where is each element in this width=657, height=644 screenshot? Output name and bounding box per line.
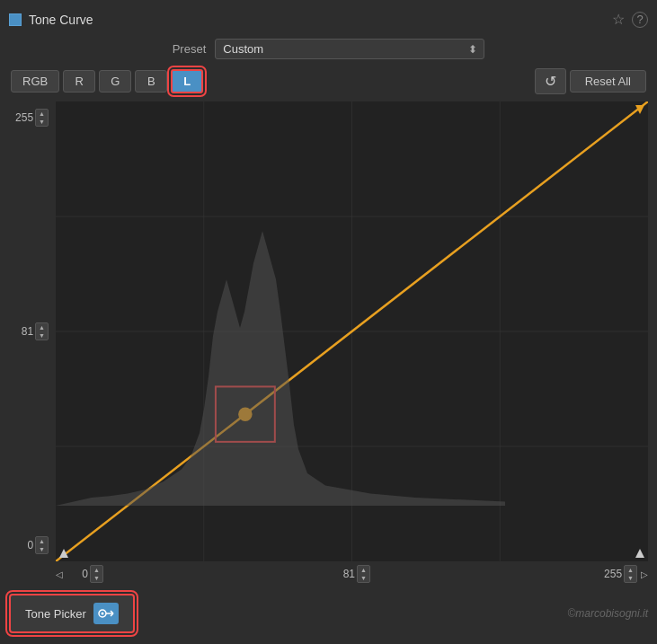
x-axis: ◁ 0 ▲ ▼ 81 ▲ ▼ 255 ▲ ▼ ▷: [9, 561, 648, 587]
x-left-up[interactable]: ▲: [91, 566, 102, 574]
y-bottom-stepper[interactable]: ▲ ▼: [35, 536, 49, 554]
x-mid-stepper[interactable]: ▲ ▼: [357, 565, 370, 583]
panel-title-group: Tone Curve: [9, 13, 93, 27]
x-left-down[interactable]: ▼: [91, 574, 102, 582]
y-bottom-down[interactable]: ▼: [36, 545, 48, 553]
y-bottom-up[interactable]: ▲: [36, 537, 48, 545]
preset-select[interactable]: Custom: [215, 39, 484, 59]
tone-picker-svg: [97, 605, 115, 622]
y-mid-down[interactable]: ▼: [36, 331, 48, 340]
x-mid-down[interactable]: ▼: [358, 574, 369, 582]
channel-l-button[interactable]: L: [171, 69, 203, 93]
x-left-triangle: ◁: [56, 569, 63, 579]
x-right-triangle: ▷: [641, 569, 648, 579]
y-axis: 255 ▲ ▼ 81 ▲ ▼ 0 ▲ ▼: [9, 101, 52, 561]
x-mid-value: 81: [333, 568, 355, 580]
panel-enable-checkbox[interactable]: [9, 13, 22, 26]
curve-svg: [56, 101, 648, 561]
preset-select-wrapper: Custom: [215, 39, 484, 59]
x-mid-up[interactable]: ▲: [358, 566, 369, 574]
x-right-stepper[interactable]: ▲ ▼: [624, 565, 637, 583]
tone-picker-label: Tone Picker: [25, 607, 86, 621]
y-mid-up[interactable]: ▲: [36, 323, 48, 331]
help-icon[interactable]: ?: [632, 12, 648, 28]
panel-header: Tone Curve ☆ ?: [9, 7, 648, 31]
y-mid-group: 81 ▲ ▼: [12, 322, 49, 340]
x-right-value: 255: [600, 568, 622, 580]
panel-title: Tone Curve: [29, 13, 93, 27]
reset-all-button[interactable]: Reset All: [570, 70, 646, 93]
y-mid-stepper[interactable]: ▲ ▼: [35, 322, 49, 340]
y-top-stepper[interactable]: ▲ ▼: [35, 109, 49, 127]
curve-graph[interactable]: [56, 101, 648, 561]
preset-label: Preset: [173, 42, 207, 56]
y-top-value: 255: [12, 111, 33, 124]
channel-b-button[interactable]: B: [135, 70, 167, 93]
x-left-group: 0 ▲ ▼: [67, 565, 103, 583]
panel-header-icons: ☆ ?: [612, 11, 648, 28]
tone-curve-panel: Tone Curve ☆ ? Preset Custom RGB R G B L…: [0, 0, 657, 644]
y-top-group: 255 ▲ ▼: [12, 109, 49, 127]
watermark: ©marcobisogni.it: [567, 607, 648, 620]
y-bottom-group: 0 ▲ ▼: [12, 536, 49, 554]
bottom-row: Tone Picker ©marcobisogni.it: [9, 587, 648, 633]
curve-container: 255 ▲ ▼ 81 ▲ ▼ 0 ▲ ▼: [9, 101, 648, 561]
x-right-group: 255 ▲ ▼: [600, 565, 637, 583]
star-icon[interactable]: ☆: [612, 11, 625, 28]
channel-g-button[interactable]: G: [99, 70, 131, 93]
svg-point-10: [101, 613, 103, 615]
channel-rgb-button[interactable]: RGB: [11, 70, 59, 93]
channel-row: RGB R G B L ↺ Reset All: [9, 68, 648, 94]
x-mid-group: 81 ▲ ▼: [333, 565, 370, 583]
x-left-value: 0: [67, 568, 88, 580]
control-point[interactable]: [239, 408, 252, 420]
y-top-down[interactable]: ▼: [36, 118, 48, 126]
y-mid-value: 81: [12, 325, 33, 338]
y-bottom-value: 0: [12, 539, 33, 551]
x-left-stepper[interactable]: ▲ ▼: [90, 565, 103, 583]
preset-row: Preset Custom: [9, 39, 648, 59]
undo-button[interactable]: ↺: [535, 68, 566, 94]
x-right-up[interactable]: ▲: [625, 566, 636, 574]
tone-picker-icon: [93, 603, 119, 624]
channel-r-button[interactable]: R: [63, 70, 95, 93]
tone-picker-button[interactable]: Tone Picker: [9, 594, 135, 633]
y-top-up[interactable]: ▲: [36, 110, 48, 118]
x-right-down[interactable]: ▼: [625, 574, 636, 582]
